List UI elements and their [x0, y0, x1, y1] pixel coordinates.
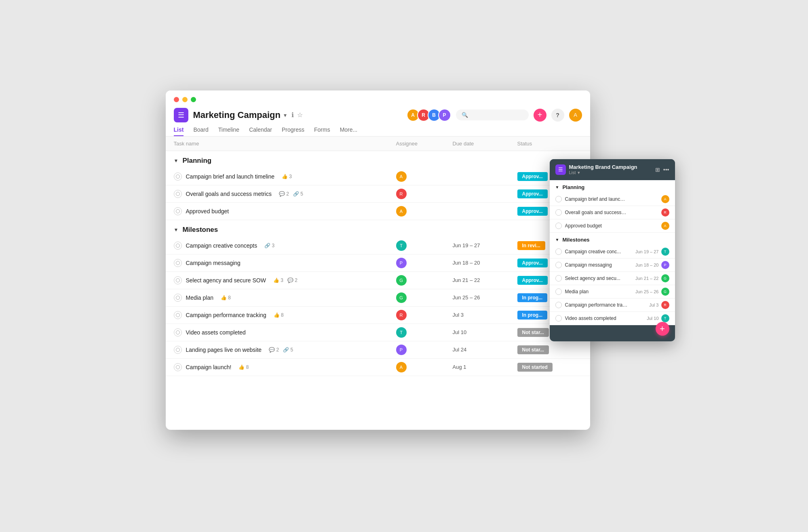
mini-check-icon — [555, 275, 562, 282]
table-row[interactable]: Campaign brief and launch timeline 👍 3 A… — [166, 168, 590, 185]
list-item[interactable]: Overall goals and success metrics R — [550, 206, 675, 219]
fullscreen-button[interactable] — [191, 97, 196, 102]
task-check-icon[interactable] — [174, 294, 182, 302]
task-check-icon[interactable] — [174, 276, 182, 284]
due-date: Jun 25 – 26 — [453, 294, 517, 301]
list-item[interactable]: Approved budget A — [550, 219, 675, 233]
mini-task-name: Approved budget — [565, 223, 602, 229]
task-check-icon[interactable] — [174, 328, 182, 336]
status-badge: Not star... — [517, 345, 549, 354]
nav-tabs: List Board Timeline Calendar Progress Fo… — [174, 126, 582, 136]
mini-avatar: R — [661, 208, 669, 217]
task-name: Video assets completed — [186, 329, 246, 336]
mini-check-icon — [555, 209, 562, 216]
list-item[interactable]: Campaign brief and launch timeline A — [550, 193, 675, 206]
info-icon[interactable]: ℹ — [291, 111, 294, 119]
col-assignee: Assignee — [396, 141, 453, 147]
list-item[interactable]: Select agency and secu... Jun 21 – 22 G — [550, 272, 675, 285]
minimize-button[interactable] — [182, 97, 188, 102]
search-icon: 🔍 — [462, 112, 468, 118]
add-button[interactable]: + — [534, 109, 546, 122]
avatar: R — [396, 310, 407, 320]
mini-avatar: G — [661, 288, 669, 296]
title-dropdown-arrow[interactable]: ▾ — [284, 112, 287, 118]
tab-list[interactable]: List — [174, 126, 184, 136]
table-row[interactable]: Campaign creative concepts 🔗 3 T Jun 19 … — [166, 237, 590, 254]
table-row[interactable]: Approved budget A Approv... — [166, 203, 590, 220]
task-check-icon[interactable] — [174, 190, 182, 198]
tab-more[interactable]: More... — [340, 126, 358, 136]
table-row[interactable]: Campaign messaging P Jun 18 – 20 Approv.… — [166, 254, 590, 272]
table-row[interactable]: Campaign performance tracking 👍 8 R Jul … — [166, 307, 590, 324]
table-row[interactable]: Video assets completed T Jul 10 Not star… — [166, 324, 590, 341]
title-bar: ☰ Marketing Campaign ▾ ℹ ☆ A R B P — [166, 90, 590, 137]
mini-collapse-milestones-icon[interactable]: ▼ — [555, 238, 559, 242]
mini-check-icon — [555, 223, 562, 229]
link-badge: 🔗 5 — [283, 347, 293, 353]
comment-badge: 💬 2 — [287, 278, 297, 283]
table-row[interactable]: Select agency and secure SOW 👍 3 💬 2 G J… — [166, 272, 590, 289]
table-row[interactable]: Media plan 👍 8 G Jun 25 – 26 In prog... — [166, 289, 590, 307]
mini-task-date: Jun 18 – 20 — [635, 263, 659, 267]
collapse-planning-icon[interactable]: ▼ — [174, 158, 179, 164]
table-row[interactable]: Campaign launch! 👍 8 A Aug 1 Not started — [166, 359, 590, 376]
mini-panel-actions: ⊞ ••• — [655, 166, 669, 173]
like-badge: 👍 8 — [238, 364, 249, 370]
filter-icon[interactable]: ⊞ — [655, 166, 660, 173]
mini-avatar: R — [661, 301, 669, 309]
tab-calendar[interactable]: Calendar — [249, 126, 272, 136]
status-badge: Approv... — [517, 189, 548, 198]
task-check-icon[interactable] — [174, 242, 182, 250]
more-icon[interactable]: ••• — [663, 166, 669, 173]
project-icon: ☰ — [174, 108, 188, 122]
list-item[interactable]: Video assets completed Jul 10 T — [550, 312, 675, 325]
task-check-icon[interactable] — [174, 207, 182, 215]
tab-board[interactable]: Board — [193, 126, 208, 136]
task-name: Landing pages live on website — [186, 347, 262, 353]
avatar: R — [396, 189, 407, 199]
tab-forms[interactable]: Forms — [314, 126, 330, 136]
mini-task-date: Jun 25 – 26 — [635, 289, 659, 294]
status-badge: Approv... — [517, 207, 548, 216]
mini-panel: ☰ Marketing Brand Campaign List ▾ ⊞ ••• … — [550, 159, 675, 341]
avatar: P — [396, 258, 407, 268]
section-planning: ▼ Planning — [166, 151, 590, 168]
main-window: ☰ Marketing Campaign ▾ ℹ ☆ A R B P — [166, 90, 590, 430]
table-row[interactable]: Landing pages live on website 💬 2 🔗 5 P … — [166, 341, 590, 359]
task-check-icon[interactable] — [174, 363, 182, 371]
status-badge: Not started — [517, 363, 553, 372]
like-badge: 👍 3 — [282, 174, 292, 179]
comment-badge: 💬 2 — [269, 347, 279, 353]
user-avatar[interactable]: A — [569, 109, 582, 122]
col-task-name: Task name — [174, 141, 396, 147]
link-badge: 🔗 5 — [293, 191, 303, 197]
due-date: Jul 3 — [453, 312, 517, 318]
table-row[interactable]: Overall goals and success metrics 💬 2 🔗 … — [166, 185, 590, 203]
tab-timeline[interactable]: Timeline — [218, 126, 239, 136]
list-item[interactable]: Campaign messaging Jun 18 – 20 P — [550, 259, 675, 272]
task-check-icon[interactable] — [174, 259, 182, 267]
mini-collapse-planning-icon[interactable]: ▼ — [555, 185, 559, 189]
close-button[interactable] — [174, 97, 179, 102]
task-check-icon[interactable] — [174, 311, 182, 319]
section-planning-title: Planning — [182, 157, 211, 165]
task-check-icon[interactable] — [174, 346, 182, 354]
mini-task-name: Overall goals and success metrics — [565, 210, 628, 215]
tab-progress[interactable]: Progress — [282, 126, 304, 136]
mini-task-name: Media plan — [565, 289, 589, 294]
task-check-icon[interactable] — [174, 172, 182, 181]
mini-add-button[interactable]: + — [656, 322, 669, 336]
list-item[interactable]: Campaign performance track... Jul 3 R — [550, 299, 675, 312]
list-item[interactable]: Media plan Jun 25 – 26 G — [550, 285, 675, 299]
due-date: Jul 10 — [453, 329, 517, 335]
list-item[interactable]: Campaign creative conc... Jun 19 – 27 T — [550, 245, 675, 259]
star-icon[interactable]: ☆ — [297, 111, 303, 119]
search-bar[interactable]: 🔍 — [456, 109, 529, 120]
task-name: Campaign launch! — [186, 364, 232, 370]
mini-avatar: A — [661, 222, 669, 230]
status-badge: Approv... — [517, 259, 548, 267]
mini-check-icon — [555, 262, 562, 268]
collapse-milestones-icon[interactable]: ▼ — [174, 227, 179, 233]
help-button[interactable]: ? — [551, 109, 564, 122]
mini-section-milestones: ▼ Milestones — [550, 233, 675, 245]
